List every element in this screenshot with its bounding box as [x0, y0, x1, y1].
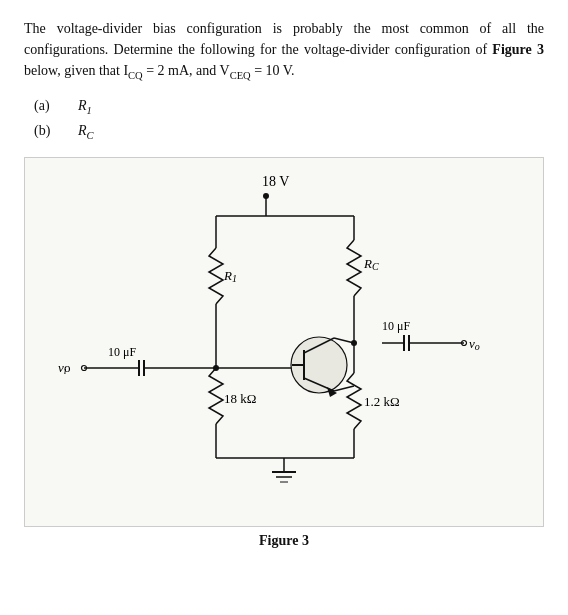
part-b-row: (b) RC [34, 123, 544, 141]
part-a-label: (a) [34, 98, 64, 114]
vi-o-symbol: o [64, 360, 71, 375]
circuit-diagram: 18 V R1 18 kΩ [24, 157, 544, 527]
part-b-label: (b) [34, 123, 64, 139]
r1-label: R1 [223, 268, 237, 284]
figure-ref: Figure 3 [492, 42, 544, 57]
circuit-svg: 18 V R1 18 kΩ [44, 168, 524, 523]
cap1-label: 10 μF [108, 345, 136, 359]
re-label: 1.2 kΩ [364, 394, 400, 409]
rc-label: RC [363, 256, 379, 272]
r2-resistor [209, 368, 223, 424]
figure-caption: Figure 3 [24, 533, 544, 549]
r1-resistor [209, 248, 223, 304]
part-a-value: R1 [78, 98, 92, 116]
collector-wire2 [334, 338, 354, 343]
re-resistor [347, 373, 361, 429]
cap2-label: 10 μF [382, 319, 410, 333]
part-b-value: RC [78, 123, 94, 141]
rc-resistor [347, 240, 361, 296]
vo-label: vo [469, 336, 480, 352]
collector-junction-dot [351, 340, 357, 346]
vcc-label: 18 V [262, 174, 289, 189]
r2-label: 18 kΩ [224, 391, 256, 406]
base-junction-dot [213, 365, 219, 371]
part-a-row: (a) R1 [34, 98, 544, 116]
problem-text: The voltage-divider bias configuration i… [24, 18, 544, 84]
parts-list: (a) R1 (b) RC [34, 98, 544, 142]
